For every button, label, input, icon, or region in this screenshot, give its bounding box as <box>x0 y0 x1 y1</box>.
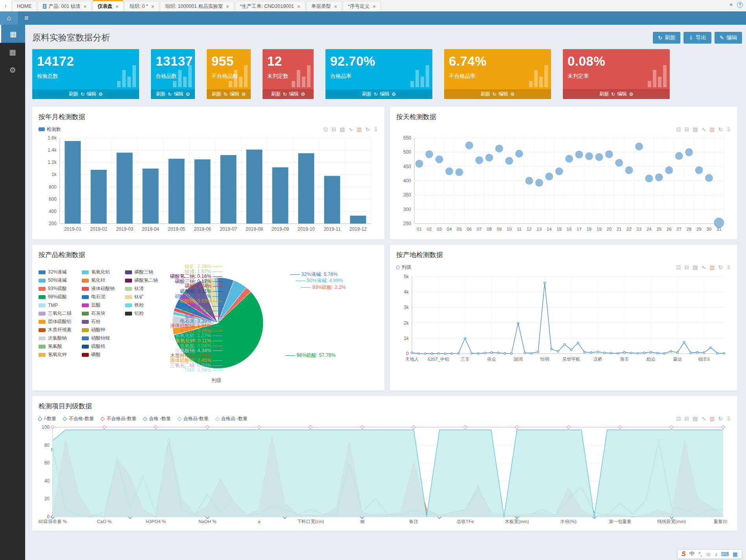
restore-icon[interactable]: ↻ <box>718 264 723 270</box>
legend-item[interactable]: 判级 <box>396 264 411 271</box>
bar-switch-icon[interactable]: ▥ <box>356 126 362 132</box>
legend-item[interactable]: 铝粉 <box>125 309 158 318</box>
bar-switch-icon[interactable]: ▥ <box>709 264 715 270</box>
refresh-label[interactable]: 刷新 <box>599 91 609 97</box>
legend-item[interactable]: 检测数 <box>39 126 61 133</box>
monthly-bar-chart[interactable]: 1.6k1.4k1.2k1k8006004002002019-012019-02… <box>39 135 378 235</box>
toolbox-grid-icon[interactable]: ▦ <box>733 551 738 557</box>
tab-close-icon[interactable]: × <box>116 4 119 9</box>
judge-area-chart[interactable]: 10080604020060目筛余量 %CaO %H3PO4 %NaOH %a下… <box>39 424 731 527</box>
tab-close-icon[interactable]: × <box>151 4 154 9</box>
refresh-icon[interactable]: ↻ <box>168 91 172 97</box>
bar-switch-icon[interactable]: ▥ <box>709 126 715 132</box>
legend-item[interactable]: 50%液碱 <box>39 276 72 285</box>
wrench-icon[interactable]: ⚙ <box>510 91 514 97</box>
line-switch-icon[interactable]: ∿ <box>702 264 706 270</box>
restore-icon[interactable]: ↻ <box>718 126 723 132</box>
tab-close-icon[interactable]: × <box>373 4 376 9</box>
wrench-icon[interactable]: ⚙ <box>98 91 103 97</box>
data-view-icon[interactable]: ▤ <box>340 126 345 132</box>
wrench-icon[interactable]: ⚙ <box>391 91 396 97</box>
tab-close-icon[interactable]: × <box>84 4 87 9</box>
refresh-icon[interactable]: ↻ <box>374 91 378 97</box>
legend-item[interactable]: 氢氟酸 <box>39 342 72 351</box>
legend-item[interactable]: 93%硫酸 <box>39 285 72 293</box>
kpi-card-footer[interactable]: 刷新↻编辑⚙ <box>444 89 551 99</box>
punctuation-icon[interactable]: °, <box>698 551 702 557</box>
origin-line-chart[interactable]: 天地人5207_中铝三丰依众国润恒明昊华宇航汉桥海丰焰众蒙达锦丰55k4k3k2… <box>396 273 731 365</box>
legend-item[interactable]: 磷酸氢二钠 <box>125 276 158 285</box>
legend-item[interactable]: 硝酸铈铵 <box>82 334 115 342</box>
restore-icon[interactable]: ↻ <box>366 126 370 132</box>
hamburger-menu-icon[interactable]: ≡ <box>24 14 29 22</box>
kpi-card-footer[interactable]: 刷新↻编辑⚙ <box>563 89 670 99</box>
legend-item[interactable]: 不合格品-数量 <box>101 415 136 422</box>
legend-item[interactable]: 固体硫酸铝 <box>39 318 72 326</box>
download-icon[interactable]: ⇩ <box>726 126 731 132</box>
legend-item[interactable]: 石灰块 <box>82 309 115 318</box>
download-icon[interactable]: ⇩ <box>726 264 731 270</box>
zoom-reset-icon[interactable]: ⊟ <box>332 126 336 132</box>
refresh-icon[interactable]: ↻ <box>492 91 496 97</box>
edit-button[interactable]: ✎编辑 <box>715 32 742 44</box>
edit-label[interactable]: 编辑 <box>380 91 390 97</box>
tab-close-icon[interactable]: × <box>334 4 337 9</box>
download-icon[interactable]: ⇩ <box>726 415 731 422</box>
area-zoom-icon[interactable]: ⊡ <box>676 126 681 132</box>
lang-chinese[interactable]: 中 <box>689 551 695 558</box>
kpi-card-footer[interactable]: 刷新↻编辑⚙ <box>263 89 314 99</box>
refresh-label[interactable]: 刷新 <box>271 91 281 97</box>
data-view-icon[interactable]: ▤ <box>693 415 698 422</box>
legend-item[interactable]: 石粉 <box>82 318 115 326</box>
tab-close-icon[interactable]: × <box>297 4 300 9</box>
tab-4[interactable]: 组织: 1000001 粗品实验室× <box>160 1 234 11</box>
wrench-icon[interactable]: ⚙ <box>301 91 305 97</box>
tab-close-icon[interactable]: × <box>226 4 229 9</box>
legend-item[interactable]: 次氯酸钠 <box>39 334 72 342</box>
smiley-icon[interactable]: ☺ <box>706 551 711 557</box>
legend-item[interactable]: TMP <box>39 301 72 309</box>
zoom-reset-icon[interactable]: ⊟ <box>685 415 689 422</box>
export-button[interactable]: ⇩导出 <box>684 32 711 44</box>
refresh-label[interactable]: 刷新 <box>156 91 166 97</box>
kpi-card-footer[interactable]: 刷新↻编辑⚙ <box>207 89 251 99</box>
legend-item[interactable]: 合格品 -数量 <box>216 415 248 422</box>
tab-1[interactable]: 产品: 001 钛渣× <box>38 1 92 11</box>
legend-item[interactable]: 氧化锌 <box>82 276 115 285</box>
legend-item[interactable]: 液体硅酸钠 <box>82 285 115 293</box>
mic-icon[interactable]: ♪ <box>715 551 718 557</box>
tab-6[interactable]: 单据类型× <box>306 1 342 11</box>
wrench-icon[interactable]: ⚙ <box>241 91 246 97</box>
origin-legend[interactable]: 判级 <box>396 264 411 271</box>
legend-item[interactable]: 木质纤维素 <box>39 326 72 334</box>
sogou-logo[interactable]: S <box>682 551 686 558</box>
data-view-icon[interactable]: ▤ <box>693 126 698 132</box>
sidebar-item[interactable]: ▦ <box>0 43 25 61</box>
edit-label[interactable]: 编辑 <box>86 91 96 97</box>
keyboard-icon[interactable]: ⌨ <box>721 551 729 557</box>
tab-3[interactable]: 组织: 0 *× <box>124 1 159 11</box>
legend-item[interactable]: 电石泥 <box>82 293 115 301</box>
wrench-icon[interactable]: ⚙ <box>186 91 190 97</box>
refresh-label[interactable]: 刷新 <box>212 91 222 97</box>
legend-item[interactable]: 钛矿 <box>125 293 158 301</box>
edit-label[interactable]: 编辑 <box>289 91 299 97</box>
legend-item[interactable]: 氢氧化铝 <box>82 268 115 276</box>
sidebar-item[interactable]: ⚙ <box>0 61 25 79</box>
legend-item[interactable]: 磷酸三钠 <box>125 268 158 276</box>
kpi-card-footer[interactable]: 刷新↻编辑⚙ <box>32 89 139 99</box>
legend-item[interactable]: /-数量 <box>39 415 56 422</box>
refresh-icon[interactable]: ↻ <box>224 91 228 97</box>
judge-legend[interactable]: /-数量不合格-数量不合格品-数量合格 -数量合格品-数量合格品 -数量 <box>39 415 248 422</box>
refresh-label[interactable]: 刷新 <box>69 91 79 97</box>
restore-icon[interactable]: ↻ <box>718 415 723 422</box>
edit-label[interactable]: 编辑 <box>617 91 627 97</box>
area-zoom-icon[interactable]: ⊡ <box>676 264 681 270</box>
refresh-icon[interactable]: ↻ <box>283 91 287 97</box>
legend-item[interactable]: 硫酸锆 <box>82 342 115 351</box>
legend-item[interactable]: 三氧化二锑 <box>39 309 72 318</box>
sidebar-item[interactable]: ▦ <box>0 25 25 43</box>
tab-active[interactable]: 仪表盘× <box>92 0 123 11</box>
tab-5[interactable]: *生产工单: CND2019001× <box>235 1 305 11</box>
refresh-icon[interactable]: ↻ <box>81 91 85 97</box>
